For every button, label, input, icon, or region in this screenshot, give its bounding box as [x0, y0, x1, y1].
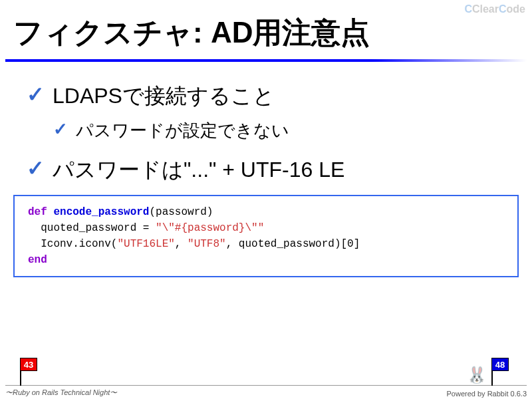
- logo-clear: Clear: [472, 3, 499, 15]
- logo-code: ode: [507, 3, 525, 15]
- footer-powered-by: Powered by Rabbit 0.6.3: [447, 390, 527, 398]
- logo-c2: C: [499, 3, 507, 15]
- bullet-2-text: パスワードは"..." + UTF-16 LE: [53, 156, 344, 185]
- code-line3-rest: , quoted_password)[0]: [226, 238, 360, 250]
- flag-red-number: 43: [20, 358, 37, 371]
- logo: CClearCode: [464, 3, 525, 15]
- code-keyword-def: def: [28, 206, 47, 218]
- progress-track: [5, 385, 527, 386]
- check-icon: ✓: [27, 82, 45, 107]
- check-icon: ✓: [27, 156, 45, 181]
- code-keyword-end: end: [28, 254, 47, 266]
- code-block: def encode_password(passowrd) quoted_pas…: [13, 195, 519, 277]
- bullet-1-sub-text: パスワードが設定できない: [76, 119, 289, 142]
- code-function-name: encode_password: [53, 206, 149, 218]
- flag-blue-number: 48: [491, 358, 509, 371]
- content-area: ✓ LDAPSで接続すること ✓ パスワードが設定できない ✓ パスワードは".…: [0, 62, 532, 185]
- code-string: "UTF8": [188, 238, 226, 250]
- code-string: "UTF16LE": [117, 238, 174, 250]
- rabbit-icon: 🐰: [467, 366, 487, 384]
- bullet-1-text: LDAPSで接続すること: [53, 82, 275, 111]
- flag-current-page: 43: [20, 358, 37, 386]
- bullet-2: ✓ パスワードは"..." + UTF-16 LE: [27, 156, 505, 185]
- bullet-1-sub: ✓ パスワードが設定できない: [53, 119, 505, 142]
- code-line2-pre: quoted_password =: [28, 222, 156, 234]
- slide-title: フィクスチャ: AD用注意点: [0, 0, 532, 59]
- code-line3-pre: Iconv.iconv(: [28, 238, 117, 250]
- flag-total-pages: 48: [491, 358, 509, 386]
- code-line3-mid: ,: [175, 238, 188, 250]
- bullet-1: ✓ LDAPSで接続すること: [27, 82, 505, 111]
- logo-c1: C: [464, 3, 472, 15]
- flag-pole: [491, 371, 493, 386]
- flag-pole: [20, 371, 21, 386]
- code-params: (passowrd): [149, 206, 213, 218]
- footer-event-name: 〜Ruby on Rails Technical Night〜: [5, 388, 117, 398]
- code-string: "\"#{password}\"": [156, 222, 264, 234]
- check-icon: ✓: [53, 119, 68, 140]
